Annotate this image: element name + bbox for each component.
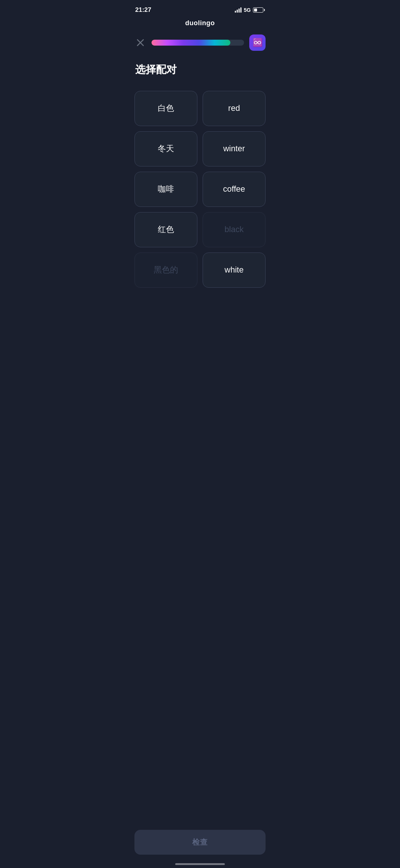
word-card-hongse[interactable]: 红色	[134, 212, 197, 247]
progress-bar	[151, 40, 244, 46]
word-card-text-white: white	[224, 265, 243, 275]
word-card-winter[interactable]: winter	[203, 131, 266, 166]
word-card-baise[interactable]: 白色	[134, 91, 197, 126]
word-card-black[interactable]: black	[203, 212, 266, 247]
word-card-text-dongtian: 冬天	[158, 143, 174, 154]
word-card-heisede[interactable]: 黑色的	[134, 253, 197, 288]
network-label: 5G	[244, 7, 251, 13]
word-card-text-winter: winter	[223, 143, 245, 154]
heart-badge: ♾️	[249, 34, 266, 51]
close-button[interactable]	[134, 37, 146, 49]
word-card-text-coffee: coffee	[223, 184, 245, 195]
word-card-text-hongse: 红色	[158, 224, 174, 235]
word-card-kafei[interactable]: 咖啡	[134, 172, 197, 207]
page-title: 选择配对	[128, 55, 272, 80]
word-card-text-heisede: 黑色的	[154, 265, 178, 275]
status-time: 21:27	[135, 6, 151, 14]
app-title: duolingo	[185, 19, 215, 27]
word-card-text-baise: 白色	[158, 103, 174, 114]
progress-bar-fill	[151, 40, 230, 46]
word-grid: 白色red冬天winter咖啡coffee红色black黑色的white	[128, 80, 272, 295]
battery-icon	[253, 7, 265, 13]
status-right-icons: 5G	[235, 7, 265, 13]
heart-icon: ♾️	[253, 38, 263, 47]
word-card-text-kafei: 咖啡	[158, 184, 174, 195]
close-icon	[136, 39, 144, 47]
word-card-text-black: black	[224, 224, 243, 235]
status-bar: 21:27 5G	[128, 0, 272, 18]
word-card-white[interactable]: white	[203, 253, 266, 288]
word-card-dongtian[interactable]: 冬天	[134, 131, 197, 166]
word-card-text-red: red	[228, 103, 240, 114]
signal-icon	[235, 7, 241, 13]
app-title-bar: duolingo	[128, 18, 272, 30]
word-card-coffee[interactable]: coffee	[203, 172, 266, 207]
progress-row: ♾️	[128, 30, 272, 55]
word-card-red[interactable]: red	[203, 91, 266, 126]
